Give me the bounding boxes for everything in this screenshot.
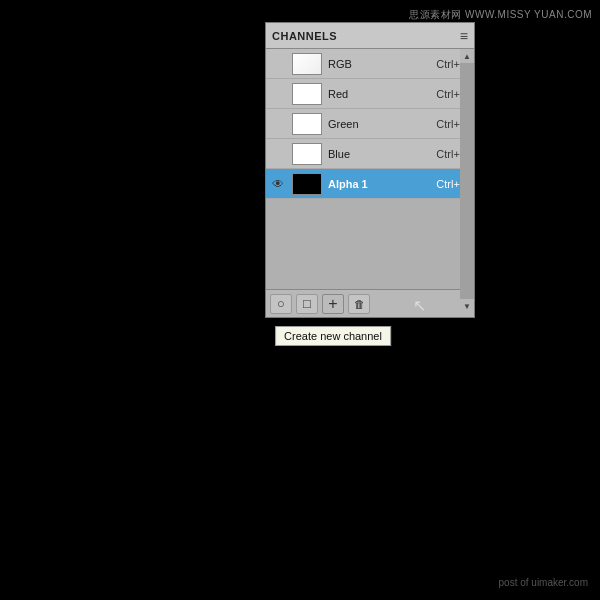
delete-channel-button[interactable]: 🗑 bbox=[348, 294, 370, 314]
load-selection-button[interactable]: ○ bbox=[270, 294, 292, 314]
channel-row-rgb[interactable]: RGB Ctrl+2 bbox=[266, 49, 474, 79]
thumb-cell-rgb bbox=[290, 51, 324, 77]
save-selection-icon: □ bbox=[303, 296, 311, 311]
channel-name-blue: Blue bbox=[328, 148, 436, 160]
channels-panel: CHANNELS ≡ RGB Ctrl+2 Red Ctrl+3 bbox=[265, 22, 475, 318]
channel-row-red[interactable]: Red Ctrl+3 bbox=[266, 79, 474, 109]
thumb-cell-green bbox=[290, 111, 324, 137]
channel-list: RGB Ctrl+2 Red Ctrl+3 Green Ctrl+4 bbox=[266, 49, 474, 199]
thumb-cell-blue bbox=[290, 141, 324, 167]
new-channel-tooltip: Create new channel bbox=[275, 326, 391, 346]
eye-cell-alpha1: 👁 bbox=[266, 177, 290, 191]
load-selection-icon: ○ bbox=[277, 296, 285, 311]
delete-channel-icon: 🗑 bbox=[354, 298, 365, 310]
panel-menu-button[interactable]: ≡ bbox=[460, 28, 468, 44]
scrollbar[interactable]: ▲ ▼ bbox=[460, 49, 474, 313]
channel-name-green: Green bbox=[328, 118, 436, 130]
new-channel-icon: + bbox=[328, 296, 337, 312]
watermark-bottom: post of uimaker.com bbox=[499, 577, 588, 588]
channel-row-alpha1[interactable]: 👁 Alpha 1 Ctrl+6 bbox=[266, 169, 474, 199]
save-selection-button[interactable]: □ bbox=[296, 294, 318, 314]
channel-name-red: Red bbox=[328, 88, 436, 100]
scroll-arrow-up[interactable]: ▲ bbox=[460, 49, 474, 63]
new-channel-button[interactable]: + bbox=[322, 294, 344, 314]
new-channel-button-container: + Create new channel bbox=[322, 294, 344, 314]
panel-footer: ○ □ + Create new channel 🗑 bbox=[266, 289, 474, 317]
thumb-cell-alpha1 bbox=[290, 171, 324, 197]
visibility-icon: 👁 bbox=[272, 177, 284, 191]
watermark-top: 思源素材网 WWW.MISSY YUAN.COM bbox=[409, 8, 592, 22]
scroll-arrow-down[interactable]: ▼ bbox=[460, 299, 474, 313]
thumb-cell-red bbox=[290, 81, 324, 107]
channel-name-rgb: RGB bbox=[328, 58, 436, 70]
channel-row-blue[interactable]: Blue Ctrl+5 bbox=[266, 139, 474, 169]
empty-area bbox=[266, 199, 474, 289]
background: 思源素材网 WWW.MISSY YUAN.COM CHANNELS ≡ RGB … bbox=[0, 0, 600, 600]
scroll-track[interactable] bbox=[460, 63, 474, 299]
panel-title: CHANNELS bbox=[272, 30, 337, 42]
panel-header: CHANNELS ≡ bbox=[266, 23, 474, 49]
channel-row-green[interactable]: Green Ctrl+4 bbox=[266, 109, 474, 139]
channel-name-alpha1: Alpha 1 bbox=[328, 178, 436, 190]
